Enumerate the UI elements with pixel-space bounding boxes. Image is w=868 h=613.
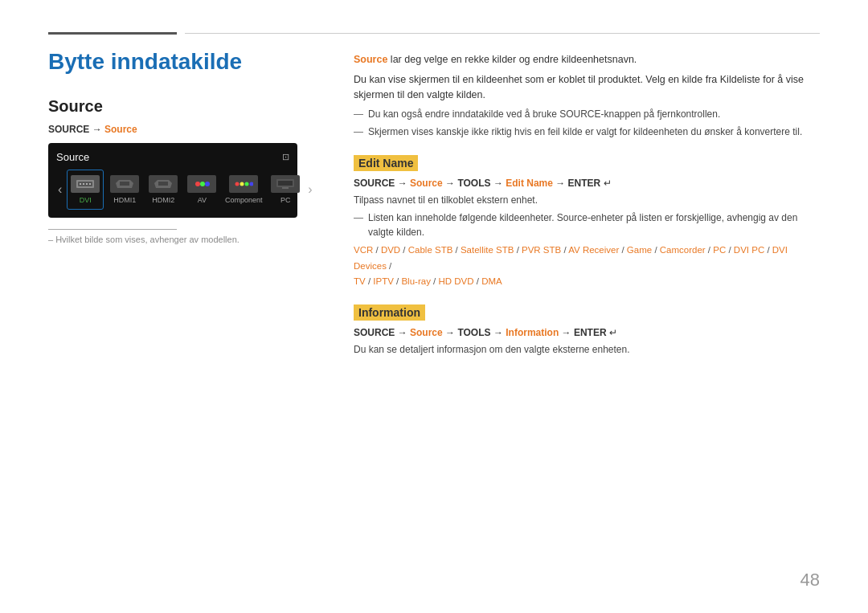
- svg-point-14: [240, 182, 244, 186]
- page-number: 48: [800, 570, 820, 591]
- source-ui-icon: ⊡: [282, 152, 289, 162]
- note-2: ― Skjermen vises kanskje ikke riktig hvi…: [354, 125, 820, 139]
- right-arrow-icon[interactable]: ›: [306, 182, 313, 197]
- section-title: Source: [48, 97, 321, 116]
- source-ui-mockup: Source ⊡ ‹: [48, 143, 297, 218]
- src-bluray: Blu-ray: [401, 276, 430, 286]
- breadcrumb: SOURCE → Source: [48, 124, 321, 135]
- en-tools: TOOLS: [457, 178, 490, 189]
- svg-rect-18: [278, 181, 293, 186]
- info-enter-symbol: ↵: [609, 327, 617, 338]
- src-dma: DMA: [481, 276, 502, 286]
- source-ui-items: ‹ DVI: [56, 170, 289, 210]
- svg-point-16: [250, 182, 254, 186]
- en-arrow1: →: [398, 178, 407, 189]
- page-title: Bytte inndatakilde: [48, 49, 321, 75]
- pc-label: PC: [280, 196, 291, 204]
- en-arrow4: →: [555, 178, 565, 189]
- source-ui-title: Source: [56, 151, 89, 163]
- av-icon: [187, 175, 216, 193]
- content-area: Bytte inndatakilde Source SOURCE → Sourc…: [48, 49, 820, 581]
- note-2-dash: ―: [354, 125, 363, 139]
- top-line-light: [185, 33, 820, 34]
- src-game: Game: [627, 245, 652, 255]
- right-column: Source lar deg velge en rekke kilder og …: [354, 49, 820, 581]
- svg-point-10: [195, 182, 200, 186]
- en-link2: Edit Name: [506, 178, 553, 189]
- breadcrumb-arrow: →: [92, 124, 102, 135]
- left-column: Bytte inndatakilde Source SOURCE → Sourc…: [48, 49, 321, 581]
- src-camcorder: Camcorder: [660, 245, 706, 255]
- footnote-text: – Hvilket bilde som vises, avhenger av m…: [48, 235, 321, 244]
- svg-rect-7: [120, 182, 129, 186]
- hdmi1-icon: [110, 175, 139, 193]
- source-item-hdmi1[interactable]: HDMI1: [107, 170, 142, 209]
- src-pvr-stb: PVR STB: [522, 245, 561, 255]
- src-cable-stb: Cable STB: [408, 245, 453, 255]
- svg-point-13: [235, 182, 240, 186]
- source-item-hdmi2[interactable]: HDMI2: [145, 170, 181, 209]
- svg-rect-9: [158, 182, 168, 186]
- intro-text-1-content: lar deg velge en rekke kilder og endre k…: [387, 54, 637, 65]
- dvi-icon: [71, 175, 100, 193]
- page-container: Bytte inndatakilde Source SOURCE → Sourc…: [0, 0, 868, 613]
- src-dvd: DVD: [381, 245, 400, 255]
- left-arrow-icon[interactable]: ‹: [56, 182, 63, 197]
- svg-point-3: [83, 183, 84, 185]
- edit-name-command: SOURCE → Source → TOOLS → Edit Name → EN…: [354, 178, 820, 189]
- source-item-dvi[interactable]: DVI: [67, 170, 104, 210]
- en-note-text: Listen kan inneholde følgende kildeenhet…: [368, 210, 820, 239]
- info-command: SOURCE → Source → TOOLS → Information → …: [354, 327, 820, 338]
- hdmi1-label: HDMI1: [113, 196, 136, 204]
- info-arrow3: →: [493, 327, 503, 338]
- edit-name-desc: Tilpass navnet til en tilkoblet ekstern …: [354, 193, 820, 207]
- source-item-component[interactable]: Component: [223, 170, 264, 209]
- info-link2: Information: [506, 327, 559, 338]
- sources-list: VCR / DVD / Cable STB / Satellite STB / …: [354, 243, 820, 290]
- en-note-source: Source: [557, 212, 588, 223]
- av-label: AV: [198, 196, 207, 204]
- breadcrumb-static: SOURCE: [48, 124, 89, 135]
- src-satellite-stb: Satellite STB: [461, 245, 514, 255]
- svg-point-4: [86, 183, 88, 185]
- info-arrow4: →: [562, 327, 571, 338]
- src-dvi-pc: DVI PC: [734, 245, 764, 255]
- en-link1: Source: [410, 178, 443, 189]
- breadcrumb-link: Source: [104, 124, 137, 135]
- source-item-pc[interactable]: PC: [268, 170, 303, 209]
- information-heading: Information: [354, 304, 425, 321]
- svg-rect-19: [282, 187, 289, 189]
- src-vcr: VCR: [354, 245, 373, 255]
- edit-name-heading: Edit Name: [354, 155, 418, 171]
- src-tv: TV: [354, 276, 366, 286]
- note-1-dash: ―: [354, 107, 363, 121]
- info-arrow1: →: [398, 327, 407, 338]
- hdmi2-icon: [149, 175, 178, 193]
- info-enter: ENTER: [574, 327, 607, 338]
- pc-icon: [271, 175, 300, 193]
- info-arrow2: →: [445, 327, 455, 338]
- en-arrow3: →: [493, 178, 503, 189]
- en-note-static: Listen kan inneholde følgende kildeenhet…: [368, 212, 555, 223]
- src-pc: PC: [713, 245, 726, 255]
- note-2-text: Skjermen vises kanskje ikke riktig hvis …: [368, 125, 802, 139]
- intro-text-2: Du kan vise skjermen til en kildeenhet s…: [354, 72, 820, 103]
- note-1-text: Du kan også endre inndatakilde ved å bru…: [368, 107, 720, 121]
- edit-name-note: ― Listen kan inneholde følgende kildeenh…: [354, 210, 820, 239]
- hdmi2-label: HDMI2: [152, 196, 174, 204]
- top-line-dark: [48, 32, 177, 35]
- src-iptv: IPTV: [373, 276, 394, 286]
- footnote-line: [48, 229, 177, 230]
- en-cmd-source: SOURCE: [354, 178, 395, 189]
- info-cmd-source: SOURCE: [354, 327, 395, 338]
- top-lines: [48, 32, 820, 35]
- en-enter: ENTER: [568, 178, 601, 189]
- info-desc: Du kan se detaljert informasjon om den v…: [354, 342, 820, 357]
- svg-point-12: [205, 182, 210, 186]
- note-1: ― Du kan også endre inndatakilde ved å b…: [354, 107, 820, 121]
- info-link1: Source: [410, 327, 443, 338]
- source-item-av[interactable]: AV: [184, 170, 219, 209]
- component-label: Component: [225, 196, 263, 204]
- component-icon: [229, 175, 258, 193]
- src-av-receiver: AV Receiver: [568, 245, 619, 255]
